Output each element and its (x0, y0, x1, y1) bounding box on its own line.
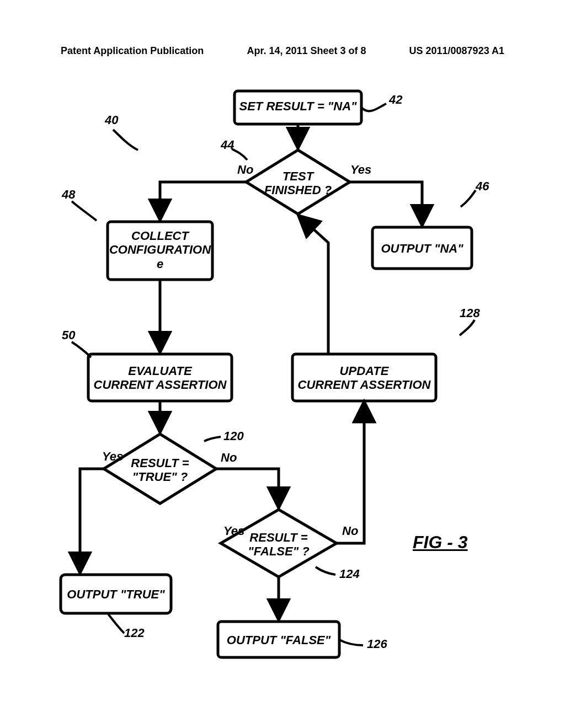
ref-124: 124 (339, 567, 360, 581)
ref-42: 42 (389, 93, 402, 107)
node-output-na: OUTPUT "NA" (372, 242, 472, 255)
ref-40: 40 (105, 113, 118, 127)
edge-test-yes: Yes (350, 163, 371, 177)
ref-50: 50 (62, 328, 75, 342)
node-evaluate-assertion: EVALUATE CURRENT ASSERTION (88, 364, 232, 392)
edge-true-no: No (221, 451, 237, 465)
ref-44: 44 (221, 138, 234, 152)
ref-120: 120 (223, 429, 244, 443)
figure-label: FIG - 3 (413, 532, 468, 553)
edge-false-yes: Yes (223, 524, 244, 538)
node-collect-config: COLLECT CONFIGURATION e (108, 229, 212, 271)
node-result-false: RESULT = "FALSE" ? (237, 531, 320, 559)
ref-122: 122 (124, 626, 145, 640)
node-output-true: OUTPUT "TRUE" (61, 587, 171, 601)
ref-46: 46 (476, 179, 489, 194)
edge-test-no: No (237, 163, 253, 177)
node-result-true: RESULT = "TRUE" ? (120, 456, 200, 484)
node-test-finished: TEST FINISHED ? (258, 169, 338, 197)
edge-true-yes: Yes (102, 449, 123, 464)
ref-126: 126 (367, 637, 387, 651)
edge-false-no: No (342, 524, 358, 538)
ref-48: 48 (62, 188, 75, 202)
node-set-result-na: SET RESULT = "NA" (234, 99, 361, 113)
ref-128: 128 (460, 306, 480, 320)
node-output-false: OUTPUT "FALSE" (218, 633, 339, 647)
node-update-assertion: UPDATE CURRENT ASSERTION (292, 364, 436, 392)
